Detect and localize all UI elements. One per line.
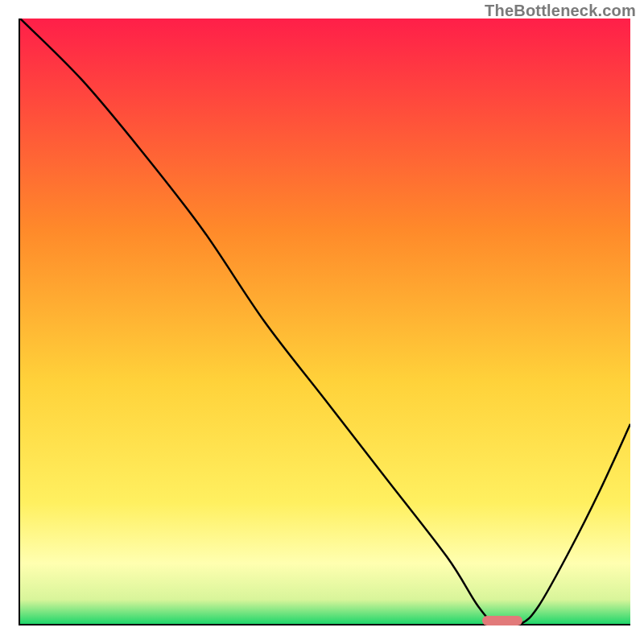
optimum-marker (482, 616, 522, 625)
plot-area (19, 19, 630, 625)
gradient-fill (20, 19, 630, 624)
plot-svg (20, 19, 630, 624)
chart-stage: TheBottleneck.com (0, 0, 644, 644)
watermark-text: TheBottleneck.com (485, 2, 636, 20)
